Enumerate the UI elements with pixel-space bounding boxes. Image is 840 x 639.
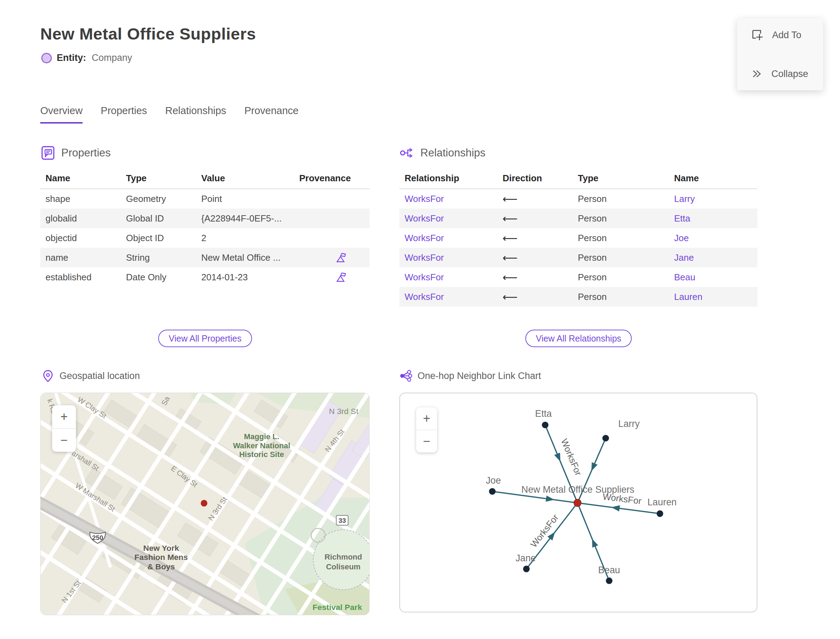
relationship-entity-link[interactable]: Jane: [674, 252, 757, 263]
relationship-entity-link[interactable]: Beau: [674, 272, 757, 283]
direction-arrow-icon: ⟵: [503, 252, 578, 264]
relationship-entity-link[interactable]: Larry: [674, 194, 757, 204]
provenance-flag-icon[interactable]: [336, 252, 347, 263]
relationship-row: WorksFor⟵PersonEtta: [399, 208, 757, 228]
map-marker[interactable]: [201, 500, 208, 507]
relationship-entity-link[interactable]: Joe: [674, 233, 757, 243]
link-chart-node-larry[interactable]: [602, 435, 609, 442]
property-name: established: [46, 272, 126, 283]
tab-overview[interactable]: Overview: [40, 105, 83, 124]
properties-table: Name Type Value Provenance shapeGeometry…: [40, 168, 370, 287]
map-zoom-out-button[interactable]: −: [52, 429, 76, 452]
collapse-button[interactable]: Collapse: [737, 68, 823, 80]
node-label: Lauren: [648, 497, 677, 507]
col-value: Value: [201, 173, 299, 184]
edge-arrowhead: [546, 496, 554, 502]
svg-text:33: 33: [339, 517, 346, 524]
node-label: Joe: [486, 475, 501, 486]
property-type: Global ID: [126, 213, 201, 224]
relationship-link[interactable]: WorksFor: [405, 213, 503, 224]
relationship-entity-link[interactable]: Lauren: [674, 291, 757, 302]
relationship-type: Person: [578, 194, 674, 204]
property-row: objectidObject ID2: [40, 228, 370, 248]
map-label: & Boys: [147, 562, 175, 571]
property-row: shapeGeometryPoint: [40, 189, 370, 208]
property-provenance: [299, 252, 370, 263]
relationship-row: WorksFor⟵PersonJane: [399, 248, 757, 267]
link-chart-node-lauren[interactable]: [657, 510, 663, 517]
map-label: N 3rd St: [329, 407, 359, 416]
link-chart[interactable]: WorksForWorksForWorksForEttaLarryJoeLaur…: [399, 393, 757, 612]
add-to-button[interactable]: Add To: [737, 29, 823, 41]
map-label: Richmond: [325, 553, 362, 561]
entity-type-value: Company: [92, 52, 132, 64]
map[interactable]: 25033k RdW Clay StSaarshall StW Marshall…: [40, 393, 370, 615]
link-chart-node-etta[interactable]: [542, 422, 549, 428]
page-title: New Metal Office Suppliers: [40, 24, 256, 43]
link-chart-canvas: WorksForWorksForWorksForEttaLarryJoeLaur…: [400, 393, 757, 612]
node-label: Beau: [598, 565, 620, 575]
relationship-link[interactable]: WorksFor: [405, 291, 503, 302]
relationship-row: WorksFor⟵PersonBeau: [399, 267, 757, 287]
edge-label: WorksFor: [559, 437, 584, 477]
property-value: New Metal Office ...: [201, 252, 299, 263]
link-chart-center-node[interactable]: [574, 499, 581, 507]
chart-zoom-out-button[interactable]: −: [416, 430, 437, 453]
property-type: String: [126, 252, 201, 263]
relationship-row: WorksFor⟵PersonLarry: [399, 189, 757, 208]
relationship-entity-link[interactable]: Etta: [674, 213, 757, 224]
node-label: Jane: [515, 553, 536, 563]
link-chart-node-jane[interactable]: [523, 566, 530, 572]
property-type: Object ID: [126, 233, 201, 243]
node-label: Etta: [535, 409, 552, 419]
view-all-relationships-button[interactable]: View All Relationships: [525, 330, 632, 347]
col-name: Name: [674, 173, 757, 184]
relationship-link[interactable]: WorksFor: [405, 272, 503, 283]
add-to-label: Add To: [772, 30, 802, 41]
map-label: Historic Site: [239, 450, 284, 459]
link-chart-node-beau[interactable]: [606, 577, 612, 584]
direction-arrow-icon: ⟵: [503, 193, 578, 205]
col-type: Type: [578, 173, 674, 184]
relationships-icon: [399, 145, 415, 161]
direction-arrow-icon: ⟵: [503, 271, 578, 283]
entity-badge: Entity: Company: [41, 52, 132, 64]
map-label: Maggie L.: [244, 432, 279, 441]
relationship-link[interactable]: WorksFor: [405, 194, 503, 204]
map-canvas: 25033k RdW Clay StSaarshall StW Marshall…: [41, 393, 369, 615]
property-name: globalid: [46, 213, 126, 224]
relationships-section-header: Relationships: [399, 145, 485, 161]
edge-arrowhead: [611, 505, 620, 512]
add-to-icon: [751, 29, 764, 41]
provenance-flag-icon[interactable]: [336, 272, 347, 282]
map-label: Fashion Mens: [134, 553, 188, 562]
edge-arrowhead: [592, 462, 598, 471]
property-name: shape: [46, 194, 126, 204]
svg-text:250: 250: [92, 534, 103, 541]
chart-zoom-in-button[interactable]: +: [416, 407, 437, 430]
tab-relationships[interactable]: Relationships: [165, 105, 226, 124]
relationship-row: WorksFor⟵PersonLauren: [399, 287, 757, 307]
tab-provenance[interactable]: Provenance: [244, 105, 299, 124]
property-value: 2014-01-23: [201, 272, 299, 283]
tab-bar: Overview Properties Relationships Proven…: [40, 105, 299, 124]
tab-properties[interactable]: Properties: [101, 105, 147, 124]
geospatial-section-title: Geospatial location: [59, 370, 140, 381]
property-value: Point: [201, 194, 299, 204]
property-row: nameStringNew Metal Office ...: [40, 248, 370, 267]
map-label: Walker National: [233, 441, 291, 450]
properties-icon: [40, 145, 56, 161]
link-chart-node-joe[interactable]: [489, 488, 496, 495]
geospatial-section-header: Geospatial location: [41, 369, 140, 383]
collapse-label: Collapse: [772, 68, 808, 79]
chart-zoom-control: + −: [416, 407, 437, 453]
col-direction: Direction: [503, 173, 578, 184]
relationship-type: Person: [578, 252, 674, 263]
relationship-link[interactable]: WorksFor: [405, 233, 503, 243]
map-zoom-in-button[interactable]: +: [52, 405, 76, 429]
view-all-properties-button[interactable]: View All Properties: [158, 330, 252, 347]
floating-actions-panel: Add To Collapse: [737, 18, 823, 90]
relationship-type: Person: [578, 233, 674, 243]
relationship-link[interactable]: WorksFor: [405, 252, 503, 263]
route-shield-33: 33: [336, 515, 348, 525]
